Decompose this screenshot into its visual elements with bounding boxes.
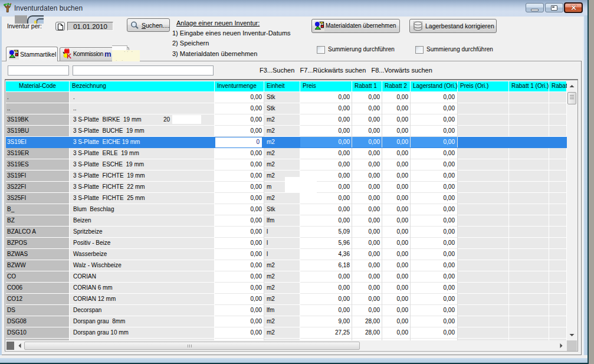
svg-text:K: K bbox=[67, 53, 71, 60]
